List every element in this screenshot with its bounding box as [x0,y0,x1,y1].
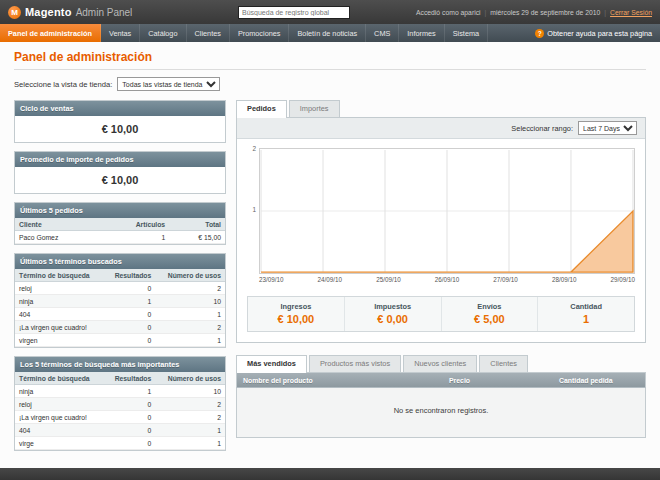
card-title: Promedio de importe de pedidos [15,152,225,167]
range-select[interactable]: Last 7 Days [578,121,637,135]
help-icon: ? [535,29,544,38]
table-row[interactable]: ninja 1 10 [15,295,225,308]
table-row[interactable]: ninja 1 10 [15,385,225,398]
grid-tab[interactable]: Productos más vistos [309,355,401,372]
nav-item[interactable]: CMS [366,24,399,42]
results-cell: 0 [104,321,155,334]
average-orders-value: € 10,00 [15,167,225,193]
total-stat: Envíos € 5,00 [441,297,538,331]
lifetime-sales-card: Ciclo de ventas € 10,00 [14,100,226,143]
grid-tab[interactable]: Más vendidos [236,355,307,373]
stat-value: € 10,00 [248,313,344,325]
bottom-grid-section: Más vendidosProductos más vistosNuevos c… [236,355,646,438]
table-row[interactable]: reloj 0 2 [15,282,225,295]
x-axis-tick: 25/09/10 [376,276,401,283]
nav-item[interactable]: Ventas [101,24,140,42]
uses-cell: 2 [155,321,225,334]
items-cell: 1 [101,231,169,244]
last-search-terms-table: Término de búsquedaResultadosNúmero de u… [15,269,225,347]
table-row[interactable]: ¡La virgen que cuadro! 0 2 [15,321,225,334]
total-stat: Cantidad 1 [537,297,634,331]
stat-label: Ingresos [248,302,344,311]
chart-tab[interactable]: Importes [289,100,340,117]
last-orders-card: Últimos 5 pedidos ClienteArtículosTotal … [14,202,226,245]
nav-item[interactable]: Sistema [445,24,488,42]
table-row[interactable]: ¡La virgen que cuadro! 0 2 [15,411,225,424]
customer-cell: Paco Gomez [15,231,101,244]
grid-empty-message: No se encontraron registros. [236,388,646,438]
table-row[interactable]: 404 0 1 [15,424,225,437]
stat-label: Cantidad [538,302,634,311]
logged-in-as-text: Accedió como aparici [416,9,481,16]
x-axis-tick: 26/09/10 [435,276,460,283]
separator: | [485,9,487,16]
term-cell: ¡La virgen que cuadro! [15,321,104,334]
x-axis-tick: 28/09/10 [552,276,577,283]
uses-cell: 1 [155,308,225,321]
table-row[interactable]: virgen 0 1 [15,334,225,347]
average-orders-card: Promedio de importe de pedidos € 10,00 [14,151,226,194]
uses-cell: 1 [155,424,225,437]
store-view-select[interactable]: Todas las vistas de tienda [117,77,220,91]
help-label: Obtener ayuda para esta página [547,29,652,38]
logo-name: Magento [25,6,72,18]
term-cell: virgen [15,334,104,347]
term-cell: ¡La virgen que cuadro! [15,411,104,424]
uses-cell: 10 [155,385,225,398]
orders-chart-panel: Seleccionar rango: Last 7 Days 2 1 23/09… [236,117,646,343]
grid-column-header: Nombre del producto [237,373,443,387]
page-help-link[interactable]: ? Obtener ayuda para esta página [527,24,660,42]
product-grid-header: Nombre del productoPrecioCantidad pedida [236,372,646,388]
nav-item[interactable]: Panel de administración [0,24,101,42]
grid-tab[interactable]: Clientes [479,355,528,372]
nav-item[interactable]: Catálogo [140,24,186,42]
column-header: Resultados [104,269,155,282]
chart-tab[interactable]: Pedidos [236,100,287,118]
header-user-area: Accedió como aparici | miércoles 29 de s… [416,9,652,16]
column-header: Número de usos [155,372,225,385]
separator: | [604,9,606,16]
table-row[interactable]: Paco Gomez 1 € 15,00 [15,231,225,244]
grid-column-header: Precio [443,373,553,387]
column-header: Cliente [15,218,101,231]
table-row[interactable]: reloj 0 2 [15,398,225,411]
range-selector-strip: Seleccionar rango: Last 7 Days [237,118,645,139]
nav-item[interactable]: Clientes [187,24,230,42]
term-cell: reloj [15,282,104,295]
results-cell: 0 [104,334,155,347]
total-stat: Impuestos € 0,00 [344,297,441,331]
logout-link[interactable]: Cerrar Sesión [610,9,652,16]
term-cell: ninja [15,295,104,308]
uses-cell: 2 [155,282,225,295]
orders-area-chart: 2 1 23/09/1024/09/1025/09/1026/09/1027/0… [259,148,635,285]
uses-cell: 1 [155,334,225,347]
table-row[interactable]: virge 0 1 [15,437,225,450]
grid-tab[interactable]: Nuevos clientes [403,355,477,372]
term-cell: 404 [15,424,104,437]
stat-value: € 0,00 [345,313,441,325]
lifetime-sales-value: € 10,00 [15,116,225,142]
totals-bar: Ingresos € 10,00 Impuestos € 0,00 Envíos… [247,296,635,332]
y-axis-tick: 2 [247,145,256,152]
top-search-terms-table: Término de búsquedaResultadosNúmero de u… [15,372,225,450]
global-search [238,6,350,19]
column-header: Resultados [104,372,155,385]
term-cell: ninja [15,385,104,398]
nav-item[interactable]: Promociones [230,24,290,42]
table-row[interactable]: 404 0 1 [15,308,225,321]
total-stat: Ingresos € 10,00 [248,297,344,331]
content-area: Panel de administración Seleccione la vi… [0,42,660,468]
results-cell: 0 [104,308,155,321]
store-view-switcher: Seleccione la vista de tienda: Todas las… [14,77,646,91]
results-cell: 0 [104,424,155,437]
nav-item[interactable]: Boletín de noticias [289,24,366,42]
global-search-input[interactable] [238,6,350,19]
chart-wrapper: 2 1 23/09/1024/09/1025/09/1026/09/1027/0… [237,139,645,288]
results-cell: 0 [104,282,155,295]
nav-item[interactable]: Informes [399,24,444,42]
x-axis-tick: 24/09/10 [318,276,343,283]
page-title: Panel de administración [14,50,646,70]
total-cell: € 15,00 [169,231,225,244]
magento-logo-icon: M [8,6,21,19]
last-orders-table: ClienteArtículosTotal Paco Gomez 1 € 15,… [15,218,225,244]
